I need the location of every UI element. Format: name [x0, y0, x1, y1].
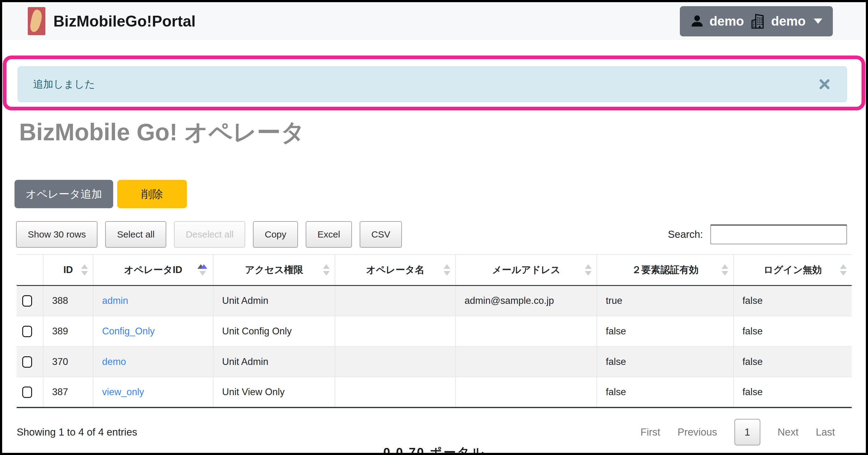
cell-login-disabled: false [734, 346, 851, 377]
sort-asc-icon [197, 264, 208, 275]
cell-id: 388 [43, 285, 93, 316]
deselect-all-button[interactable]: Deselect all [174, 221, 245, 248]
header-email[interactable]: メールアドレス [456, 254, 597, 285]
pagination-previous[interactable]: Previous [677, 426, 717, 438]
table-row: 370 demo Unit Admin false false [17, 346, 851, 377]
search-input[interactable] [710, 224, 847, 244]
table-header-row: ID オペレータID アクセス権限 オペレータ名 メールアドレス ２要素認証有効… [17, 254, 851, 285]
table-toolbar: Show 30 rows Select all Deselect all Cop… [16, 221, 847, 248]
cell-login-disabled: false [734, 316, 851, 346]
excel-button[interactable]: Excel [306, 221, 352, 248]
header-operator-name[interactable]: オペレータ名 [335, 254, 456, 285]
top-bar: BizMobileGo!Portal demo [2, 2, 866, 40]
row-checkbox[interactable] [22, 326, 32, 337]
cell-two-factor: false [597, 377, 734, 407]
cell-name [335, 316, 456, 346]
cell-name [335, 346, 456, 377]
row-checkbox[interactable] [22, 295, 32, 307]
pagination-first[interactable]: First [640, 426, 660, 438]
table-row: 388 admin Unit Admin admin@sample.co.jp … [17, 285, 851, 316]
app-logo-icon [28, 7, 45, 35]
brand-title: BizMobileGo!Portal [53, 12, 195, 30]
pagination-next[interactable]: Next [778, 426, 799, 438]
building-icon [749, 13, 766, 29]
sort-icon [323, 264, 330, 275]
header-access[interactable]: アクセス権限 [213, 254, 335, 285]
unit-name: demo [771, 14, 806, 29]
cell-login-disabled: false [734, 377, 851, 407]
search-label: Search: [668, 229, 703, 240]
close-icon[interactable] [819, 78, 830, 90]
operator-id-link[interactable]: Config_Only [102, 326, 155, 337]
page-title: BizMobile Go! オペレータ [19, 117, 305, 149]
row-checkbox[interactable] [22, 387, 32, 398]
chevron-down-icon [814, 19, 823, 24]
sort-icon [721, 264, 728, 275]
show-rows-button[interactable]: Show 30 rows [16, 221, 97, 248]
clipped-footer-text: 0.0.70 ポータル [383, 444, 485, 453]
success-alert: 追加しました [18, 66, 847, 102]
table-buttons: Show 30 rows Select all Deselect all Cop… [16, 221, 402, 248]
row-checkbox[interactable] [22, 356, 32, 368]
cell-id: 389 [43, 316, 93, 346]
action-buttons: オペレータ追加 削除 [14, 180, 187, 208]
header-operator-id[interactable]: オペレータID [93, 254, 213, 285]
showing-entries: Showing 1 to 4 of 4 entries [17, 426, 137, 438]
header-login-disabled[interactable]: ログイン無効 [734, 254, 851, 285]
operators-table: ID オペレータID アクセス権限 オペレータ名 メールアドレス ２要素認証有効… [17, 254, 851, 408]
table-footer: Showing 1 to 4 of 4 entries First Previo… [17, 418, 835, 446]
cell-two-factor: false [597, 316, 734, 346]
cell-access: Unit View Only [213, 377, 335, 407]
cell-id: 387 [43, 377, 93, 407]
pagination: First Previous 1 Next Last [640, 419, 835, 446]
sort-icon [840, 264, 847, 275]
header-checkbox-column [17, 254, 43, 285]
add-operator-button[interactable]: オペレータ追加 [14, 180, 113, 208]
brand: BizMobileGo!Portal [28, 7, 195, 35]
sort-icon [443, 264, 451, 275]
table-row: 387 view_only Unit View Only false false [17, 377, 851, 407]
sort-icon [585, 264, 592, 275]
person-icon [690, 14, 704, 28]
cell-access: Unit Admin [213, 285, 335, 316]
sort-icon [81, 264, 88, 275]
header-id[interactable]: ID [43, 254, 93, 285]
header-two-factor[interactable]: ２要素認証有効 [597, 254, 734, 285]
cell-two-factor: true [597, 285, 734, 316]
select-all-button[interactable]: Select all [105, 221, 166, 248]
operator-id-link[interactable]: view_only [102, 387, 144, 397]
user-name: demo [709, 14, 744, 29]
cell-login-disabled: false [734, 285, 851, 316]
operator-id-link[interactable]: demo [102, 356, 126, 367]
table-row: 389 Config_Only Unit Config Only false f… [17, 316, 851, 346]
cell-access: Unit Config Only [213, 316, 335, 346]
cell-id: 370 [43, 346, 93, 377]
pagination-last[interactable]: Last [816, 426, 835, 438]
search-area: Search: [668, 224, 847, 244]
user-menu-button[interactable]: demo demo [680, 6, 833, 36]
operator-id-link[interactable]: admin [102, 295, 128, 306]
cell-two-factor: false [597, 346, 734, 377]
csv-button[interactable]: CSV [360, 221, 402, 248]
cell-email [456, 316, 597, 346]
alert-message: 追加しました [33, 78, 95, 91]
pagination-page-1[interactable]: 1 [735, 419, 761, 446]
cell-email: admin@sample.co.jp [456, 285, 597, 316]
cell-email [456, 346, 597, 377]
cell-name [335, 285, 456, 316]
cell-access: Unit Admin [213, 346, 335, 377]
delete-button[interactable]: 削除 [117, 180, 187, 208]
copy-button[interactable]: Copy [253, 221, 298, 248]
app-window: BizMobileGo!Portal demo [0, 0, 868, 455]
cell-name [335, 377, 456, 407]
cell-email [456, 377, 597, 407]
